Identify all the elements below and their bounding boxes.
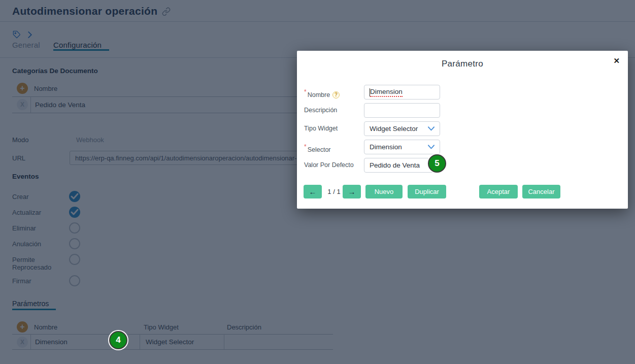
field-row-selector: *Selector Dimension bbox=[297, 140, 628, 154]
annotation-badge-4: 4 bbox=[109, 331, 127, 349]
duplicar-button[interactable]: Duplicar bbox=[408, 185, 446, 198]
prev-record-button[interactable]: ← bbox=[304, 185, 322, 198]
parametro-modal: Parámetro ✕ *Nombre? Dimension Descripci… bbox=[297, 51, 628, 209]
field-row-descripcion: Descripción bbox=[297, 103, 628, 118]
valor-por-defecto-value: Pedido de Venta bbox=[370, 161, 420, 169]
field-row-nombre: *Nombre? Dimension bbox=[297, 85, 628, 100]
tipo-widget-select[interactable]: Widget Selector bbox=[364, 121, 440, 136]
selector-label-text: Selector bbox=[308, 146, 331, 153]
close-icon: ✕ bbox=[613, 56, 620, 65]
tipo-widget-select-value: Widget Selector bbox=[370, 125, 418, 133]
selector-select-value: Dimension bbox=[370, 143, 402, 151]
aceptar-button[interactable]: Aceptar bbox=[479, 185, 518, 198]
descripcion-input[interactable] bbox=[364, 103, 440, 118]
selector-select[interactable]: Dimension bbox=[364, 140, 440, 154]
selector-label: *Selector bbox=[304, 140, 331, 157]
tipo-widget-label: Tipo Widget bbox=[304, 121, 338, 136]
required-asterisk: * bbox=[304, 143, 307, 150]
required-asterisk: * bbox=[304, 88, 307, 95]
modal-footer: ← 1 / 1 → Nuevo Duplicar Aceptar Cancela… bbox=[297, 185, 628, 198]
app-window: Autodimensionar operación General Config… bbox=[0, 0, 635, 364]
valor-por-defecto-label: Valor Por Defecto bbox=[304, 158, 354, 173]
nuevo-button[interactable]: Nuevo bbox=[365, 185, 403, 198]
modal-close-button[interactable]: ✕ bbox=[613, 56, 620, 66]
help-icon[interactable]: ? bbox=[332, 91, 340, 98]
chevron-down-icon bbox=[428, 126, 435, 131]
field-row-valor-por-defecto: Valor Por Defecto Pedido de Venta bbox=[297, 158, 628, 173]
nombre-label-text: Nombre bbox=[308, 91, 330, 98]
annotation-badge-5: 5 bbox=[428, 154, 446, 173]
nombre-input-value: Dimension bbox=[370, 88, 403, 97]
field-row-tipo-widget: Tipo Widget Widget Selector bbox=[297, 121, 628, 136]
arrow-right-icon: → bbox=[348, 187, 356, 196]
arrow-left-icon: ← bbox=[309, 187, 317, 196]
nombre-input[interactable]: Dimension bbox=[364, 85, 440, 100]
nombre-label: *Nombre? bbox=[304, 85, 340, 103]
modal-title: Parámetro bbox=[297, 59, 628, 69]
next-record-button[interactable]: → bbox=[343, 185, 361, 198]
cancelar-button[interactable]: Cancelar bbox=[522, 185, 560, 198]
descripcion-label: Descripción bbox=[304, 103, 337, 118]
chevron-down-icon bbox=[428, 145, 435, 149]
